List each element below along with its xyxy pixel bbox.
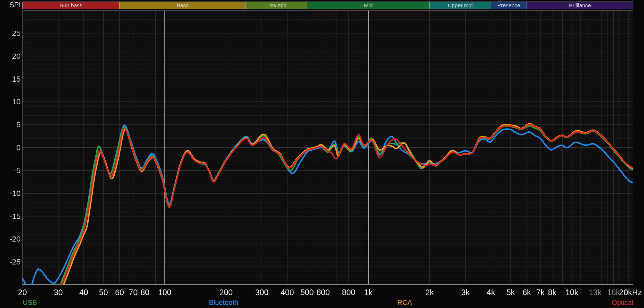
x-tick-500: 500 <box>300 288 314 297</box>
x-tick-1k: 1k <box>364 288 372 297</box>
legend-rca: RCA <box>397 298 412 307</box>
x-tick-6k: 6k <box>522 288 531 297</box>
x-tick-20kHz: 20kHz <box>619 288 642 297</box>
x-tick-200: 200 <box>219 288 233 297</box>
band-low-mid: Low mid <box>246 2 307 9</box>
legend-bluetooth: Bluetooth <box>209 298 238 307</box>
frequency-response-app: SPL Sub bassBassLow midMidUpper midPrese… <box>0 0 644 308</box>
y-tick-20: 20 <box>0 52 21 60</box>
x-tick-16k: 16k <box>607 288 620 297</box>
band-presence: Presence <box>491 2 527 9</box>
x-tick-70: 70 <box>129 288 138 297</box>
y-tick-0: 0 <box>0 143 21 152</box>
y-tick-25: 25 <box>0 29 21 37</box>
x-tick-7k: 7k <box>536 288 545 297</box>
frequency-band-header-row: Sub bassBassLow midMidUpper midPresenceB… <box>22 2 633 9</box>
x-tick-10k: 10k <box>565 288 578 297</box>
x-tick-60: 60 <box>115 288 124 297</box>
x-tick-5k: 5k <box>506 288 515 297</box>
y-tick--5: -5 <box>0 166 21 175</box>
x-tick-20: 20 <box>18 288 27 297</box>
curve-usb <box>55 126 633 285</box>
y-tick--15: -15 <box>0 212 21 220</box>
band-mid: Mid <box>307 2 430 9</box>
band-bass: Bass <box>120 2 246 9</box>
band-sub-bass: Sub bass <box>22 2 120 9</box>
legend: USB Bluetooth RCA Optical <box>0 298 644 308</box>
x-tick-8k: 8k <box>548 288 556 297</box>
band-brilliance: Brilliance <box>527 2 633 9</box>
y-tick--20: -20 <box>0 235 21 243</box>
x-axis-tick-labels: 203040506070801002003004005006008001k2k3… <box>0 288 644 298</box>
x-tick-40: 40 <box>79 288 88 297</box>
x-tick-50: 50 <box>99 288 108 297</box>
curve-rca <box>58 124 633 285</box>
x-tick-80: 80 <box>141 288 149 297</box>
plot-area <box>22 10 633 285</box>
x-tick-13k: 13k <box>589 288 601 297</box>
y-tick-5: 5 <box>0 121 21 129</box>
band-upper-mid: Upper mid <box>430 2 491 9</box>
x-tick-3k: 3k <box>461 288 470 297</box>
x-tick-600: 600 <box>317 288 330 297</box>
x-tick-2k: 2k <box>425 288 434 297</box>
x-tick-800: 800 <box>342 288 355 297</box>
y-tick--10: -10 <box>0 189 21 198</box>
legend-usb: USB <box>23 298 37 307</box>
y-tick-10: 10 <box>0 98 21 106</box>
y-tick--25: -25 <box>0 258 21 266</box>
x-tick-4k: 4k <box>487 288 495 297</box>
y-tick-15: 15 <box>0 75 21 83</box>
curve-optical <box>57 125 633 285</box>
x-tick-300: 300 <box>255 288 269 297</box>
frequency-response-chart <box>22 10 633 285</box>
legend-optical: Optical <box>612 298 633 307</box>
x-tick-30: 30 <box>54 288 63 297</box>
x-tick-400: 400 <box>281 288 294 297</box>
y-axis-tick-labels: 2520151050-5-10-15-20-25 <box>0 0 21 308</box>
x-tick-100: 100 <box>158 288 172 297</box>
